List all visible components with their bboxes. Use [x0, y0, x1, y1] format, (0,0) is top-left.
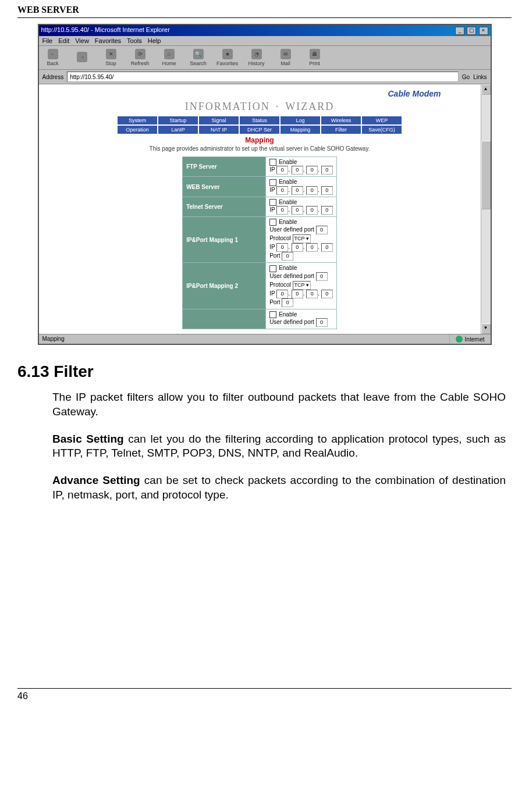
- footer-rule: [17, 688, 512, 689]
- close-icon[interactable]: ×: [479, 27, 488, 35]
- ip-field[interactable]: 0: [292, 166, 303, 174]
- port-field[interactable]: 0: [316, 318, 328, 327]
- row-label-telnet: Telnet Server: [183, 197, 266, 216]
- stop-icon: ✕: [106, 49, 116, 59]
- row-label-web: WEB Server: [183, 177, 266, 197]
- menu-view[interactable]: View: [75, 37, 89, 44]
- menu-edit[interactable]: Edit: [58, 37, 69, 44]
- favorites-button[interactable]: ★Favorites: [217, 49, 238, 66]
- tab-wireless[interactable]: Wireless: [321, 116, 361, 124]
- tab-log[interactable]: Log: [281, 116, 320, 124]
- page-title: INFORMATION·WIZARD: [44, 101, 476, 113]
- port-field[interactable]: 0: [282, 298, 293, 307]
- back-button[interactable]: ←Back: [42, 49, 63, 66]
- search-button[interactable]: 🔍Search: [188, 49, 209, 66]
- ip-field[interactable]: 0: [321, 186, 333, 195]
- menu-file[interactable]: File: [42, 37, 53, 44]
- tab-status[interactable]: Status: [240, 116, 279, 124]
- ip-field[interactable]: 0: [292, 186, 303, 195]
- enable-checkbox[interactable]: [269, 311, 276, 318]
- ip-field[interactable]: 0: [276, 206, 288, 215]
- status-zone: Internet: [465, 336, 485, 343]
- ip-field[interactable]: 0: [306, 206, 318, 215]
- stop-button[interactable]: ✕Stop: [101, 49, 122, 66]
- scroll-thumb[interactable]: [481, 141, 491, 209]
- tab-startup[interactable]: Startup: [158, 116, 198, 124]
- refresh-button[interactable]: ⟳Refresh: [130, 49, 151, 66]
- row-label-ipmap1: IP&Port Mapping 1: [183, 217, 266, 263]
- ip-field[interactable]: 0: [276, 166, 288, 174]
- enable-label: Enable: [279, 159, 297, 165]
- section-heading: 6.13 Filter: [17, 362, 512, 381]
- address-label: Address: [42, 74, 64, 80]
- scroll-down-icon[interactable]: ▼: [481, 323, 491, 334]
- enable-checkbox[interactable]: [269, 219, 276, 226]
- ip-field[interactable]: 0: [276, 243, 288, 252]
- header-rule: [17, 17, 512, 18]
- ip-field[interactable]: 0: [321, 290, 333, 298]
- tab-system[interactable]: System: [118, 116, 157, 124]
- menu-favorites[interactable]: Favorites: [95, 37, 121, 44]
- table-row: WEB Server Enable IP 0. 0. 0. 0: [183, 177, 337, 197]
- menu-tools[interactable]: Tools: [127, 37, 142, 44]
- minimize-icon[interactable]: _: [455, 27, 464, 35]
- tab-dhcp[interactable]: DHCP Ser: [240, 126, 279, 134]
- tab-natip[interactable]: NAT IP: [199, 126, 239, 134]
- forward-button[interactable]: →: [72, 52, 93, 63]
- ip-field[interactable]: 0: [292, 290, 303, 298]
- enable-checkbox[interactable]: [269, 179, 276, 186]
- tab-operation[interactable]: Operation: [118, 126, 157, 134]
- mail-button[interactable]: ✉Mail: [275, 49, 296, 66]
- ip-label: IP: [269, 166, 275, 173]
- window-title: http://10.5.95.40/ - Microsoft Internet …: [41, 26, 170, 35]
- table-row: IP&Port Mapping 1 Enable User defined po…: [183, 217, 337, 263]
- tab-wep[interactable]: WEP: [362, 116, 402, 124]
- history-button[interactable]: ◔History: [246, 49, 267, 66]
- ip-field[interactable]: 0: [306, 166, 318, 174]
- tab-lanip[interactable]: LanIP: [158, 126, 198, 134]
- mapping-heading: Mapping: [44, 136, 476, 144]
- enable-checkbox[interactable]: [269, 265, 276, 272]
- paragraph-intro: The IP packet filters allow you to filte…: [52, 390, 506, 419]
- scroll-up-icon[interactable]: ▲: [481, 84, 491, 95]
- port-field[interactable]: 0: [282, 252, 293, 261]
- home-button[interactable]: ⌂Home: [159, 49, 180, 66]
- port-field[interactable]: 0: [316, 226, 328, 234]
- status-bar: Mapping Internet: [39, 334, 491, 344]
- ip-field[interactable]: 0: [306, 290, 318, 298]
- maximize-icon[interactable]: ▢: [467, 27, 476, 35]
- ip-field[interactable]: 0: [306, 243, 318, 252]
- tab-savecfg[interactable]: Save(CFG): [362, 126, 402, 134]
- protocol-select[interactable]: TCP ▾: [293, 281, 311, 290]
- menu-help[interactable]: Help: [148, 37, 161, 44]
- address-input[interactable]: http://10.5.95.40/: [67, 72, 459, 82]
- page-header: WEB SERVER: [17, 5, 512, 15]
- ip-field[interactable]: 0: [321, 166, 333, 174]
- port-field[interactable]: 0: [316, 272, 328, 281]
- tab-filter[interactable]: Filter: [321, 126, 361, 134]
- ip-field[interactable]: 0: [292, 206, 303, 215]
- tab-mapping[interactable]: Mapping: [281, 126, 320, 134]
- ip-field[interactable]: 0: [321, 243, 333, 252]
- tab-signal[interactable]: Signal: [199, 116, 239, 124]
- enable-checkbox[interactable]: [269, 199, 276, 206]
- window-titlebar: http://10.5.95.40/ - Microsoft Internet …: [39, 25, 491, 36]
- ip-field[interactable]: 0: [321, 206, 333, 215]
- row-label-empty: [183, 309, 266, 329]
- table-row: Enable User defined port 0: [183, 309, 337, 329]
- print-button[interactable]: 🖶Print: [304, 49, 325, 66]
- address-bar: Address http://10.5.95.40/ Go Links: [39, 70, 491, 84]
- favorites-icon: ★: [222, 49, 233, 59]
- vertical-scrollbar[interactable]: ▲ ▼: [481, 84, 491, 334]
- ip-field[interactable]: 0: [306, 186, 318, 195]
- history-icon: ◔: [251, 49, 262, 59]
- go-button[interactable]: Go: [462, 74, 470, 80]
- protocol-select[interactable]: TCP ▾: [293, 234, 311, 243]
- table-row: IP&Port Mapping 2 Enable User defined po…: [183, 263, 337, 309]
- ip-field[interactable]: 0: [292, 243, 303, 252]
- table-row: FTP Server Enable IP 0. 0. 0. 0: [183, 157, 337, 177]
- links-label[interactable]: Links: [473, 74, 487, 80]
- enable-checkbox[interactable]: [269, 159, 276, 166]
- ip-field[interactable]: 0: [276, 290, 288, 298]
- ip-field[interactable]: 0: [276, 186, 288, 195]
